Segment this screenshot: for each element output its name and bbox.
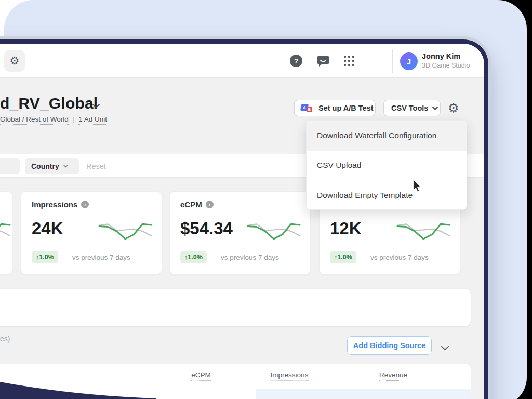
card-value: 12K <box>330 219 362 238</box>
avatar[interactable]: J <box>400 52 418 70</box>
chevron-down-icon <box>63 165 68 168</box>
setup-ab-test-button[interactable]: A B Set up A/B Test <box>294 100 376 116</box>
waterfall-panel <box>0 289 471 326</box>
sparkline-chart <box>396 221 450 245</box>
ab-test-icon: A B <box>301 104 314 113</box>
compare-label: vs previous 7 days <box>72 254 130 261</box>
app-content: ⚙ ? <box>0 44 488 399</box>
sparkline-chart <box>98 221 152 245</box>
compare-label: vs previous 7 days <box>370 254 429 261</box>
page-title: d_RV_Global <box>0 95 98 112</box>
topbar-divider-right <box>392 49 393 73</box>
apps-grid-icon[interactable] <box>342 55 356 67</box>
bidding-row-highlight <box>256 389 471 399</box>
csv-tools-dropdown: Download Waterfall Configuration CSV Upl… <box>306 120 467 210</box>
delta-badge: ↑1.0% <box>180 251 207 263</box>
breadcrumb: Global / Rest of World|1 Ad Unit <box>0 115 107 123</box>
kpi-card-ecpm: eCPM i $54.34 ↑1.0% vs previous 7 days <box>169 191 311 275</box>
ad-unit-count[interactable]: 1 Ad Unit <box>78 115 107 125</box>
frame-corner-wedge <box>0 377 156 399</box>
reset-filters-link[interactable]: Reset <box>86 162 106 170</box>
column-header-ecpm[interactable]: eCPM <box>191 371 211 379</box>
menu-item-download-empty-template[interactable]: Download Empty Template <box>307 180 467 210</box>
menu-item-csv-upload[interactable]: CSV Upload <box>307 151 467 181</box>
filter-pill-partial[interactable]: s <box>0 158 20 174</box>
section-collapse-chevron-icon[interactable] <box>441 343 449 353</box>
topbar-divider <box>3 50 3 71</box>
waterfall-settings-gear-icon[interactable]: ⚙ <box>448 100 459 116</box>
card-label: eCPM <box>180 200 202 209</box>
user-org: 3D Game Studio <box>422 62 470 69</box>
top-bar: ⚙ ? <box>0 44 488 78</box>
sparkline-chart <box>247 221 301 245</box>
chevron-down-icon <box>432 107 438 110</box>
delta-badge: ↑1.0% <box>32 251 58 263</box>
column-header-revenue[interactable]: Revenue <box>379 371 407 379</box>
card-label: Impressions <box>32 200 77 209</box>
kpi-card-partial <box>0 191 12 275</box>
user-name: Jonny Kim <box>422 52 460 60</box>
mouse-cursor <box>413 180 421 192</box>
delta-badge: ↑1.0% <box>330 251 356 263</box>
card-value: 24K <box>32 219 63 238</box>
info-icon[interactable]: i <box>206 201 214 208</box>
section-label-truncated: es) <box>0 335 10 343</box>
info-icon[interactable]: i <box>81 201 89 208</box>
menu-item-download-waterfall-configuration[interactable]: Download Waterfall Configuration <box>307 121 467 151</box>
screenshot-canvas: ⚙ ? <box>0 0 532 399</box>
kpi-card-impressions: Impressions i 24K ↑1.0% vs previous 7 da… <box>21 191 162 275</box>
title-chevron-down-icon[interactable] <box>92 101 100 110</box>
breadcrumb-segment[interactable]: Global / Rest of World <box>0 115 69 125</box>
card-value: $54.34 <box>180 219 233 238</box>
app-window: ⚙ ? <box>0 39 488 399</box>
sparkline-chart <box>0 221 11 245</box>
settings-nav-button[interactable]: ⚙ <box>4 50 25 72</box>
column-header-impressions[interactable]: Impressions <box>271 371 309 379</box>
help-icon[interactable]: ? <box>289 55 303 67</box>
csv-tools-button[interactable]: CSV Tools <box>383 100 441 116</box>
filter-pill-country[interactable]: Country <box>25 158 79 174</box>
compare-label: vs previous 7 days <box>221 254 279 261</box>
add-bidding-source-button[interactable]: Add Bidding Source <box>347 336 432 355</box>
